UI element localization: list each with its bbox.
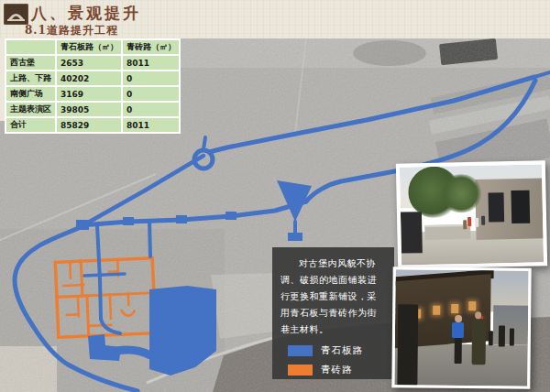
table-cell: 40202 [56,71,122,86]
legend-item-stone: 青石板路 [288,344,386,357]
info-box: 对古堡内风貌不协调、破损的地面铺装进行更换和重新铺设，采用青石板与青砖作为街巷主… [272,247,394,379]
legend-label: 青砖路 [321,364,353,376]
table-cell: 2653 [56,55,122,71]
table-row: 南侧广场 3169 0 [6,86,180,102]
table-cell: 8011 [122,117,180,133]
legend-item-brick: 青砖路 [288,364,386,376]
legend-label: 青石板路 [321,344,363,357]
photo-street-dusk [391,267,531,389]
table-cell: 0 [122,71,180,86]
table-cell: 青砖路（㎡） [122,39,180,55]
legend-swatch-stone [288,345,313,356]
table-row: 上路、下路 40202 0 [6,71,180,86]
legend-swatch-brick [288,365,313,376]
table-cell [6,39,56,55]
table-cell: 8011 [122,55,180,71]
table-row: 主题表演区 39805 0 [6,102,180,117]
table-cell: 西古堡 [6,55,56,71]
table-cell: 合计 [6,117,56,133]
table-cell: 3169 [56,86,122,102]
table-cell: 主题表演区 [6,102,56,117]
table-cell: 0 [122,86,180,102]
road-area-table: 青石板路（㎡） 青砖路（㎡） 西古堡 2653 8011 上路、下路 40202… [5,38,181,134]
photo-street-day [396,160,547,268]
table-row: 西古堡 2653 8011 [6,55,180,71]
table-cell: 青石板路（㎡） [56,39,122,55]
table-cell: 85829 [56,117,122,133]
table-header-row: 青石板路（㎡） 青砖路（㎡） [6,39,180,55]
table-row: 合计 85829 8011 [6,117,180,133]
map-legend: 青石板路 青砖路 [280,344,386,376]
table-cell: 南侧广场 [6,86,56,102]
table-cell: 上路、下路 [6,71,56,86]
info-text: 对古堡内风貌不协调、破损的地面铺装进行更换和重新铺设，采用青石板与青砖作为街巷主… [280,256,386,338]
table-cell: 39805 [56,102,122,117]
table-cell: 0 [122,102,180,117]
